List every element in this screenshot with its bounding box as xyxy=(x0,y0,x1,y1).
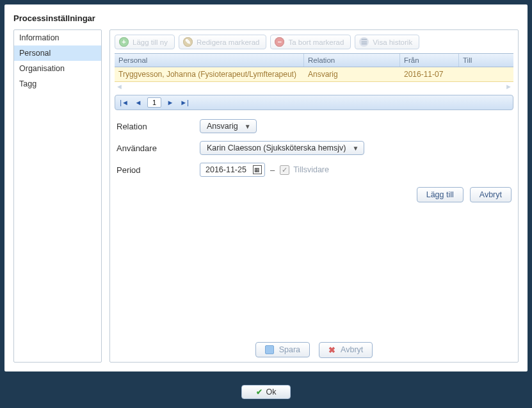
user-dropdown-value: Karin Claesson (Sjuksköterska hemsjv) xyxy=(207,143,346,152)
form-row-user: Användare Karin Claesson (Sjuksköterska … xyxy=(117,141,512,155)
period-from-value: 2016-11-25 xyxy=(206,165,246,174)
pager-next-icon[interactable]: ► xyxy=(165,99,175,106)
relation-label: Relation xyxy=(117,122,200,131)
relation-dropdown-value: Ansvarig xyxy=(207,122,238,131)
sidebar-item-tagg[interactable]: Tagg xyxy=(14,76,101,92)
scroll-left-icon[interactable]: ◄ xyxy=(116,83,123,90)
cell-to xyxy=(459,67,505,81)
edit-button[interactable]: ✎ Redigera markerad xyxy=(179,35,266,49)
pencil-icon: ✎ xyxy=(183,37,193,47)
tillsvidare-label: Tillsvidare xyxy=(293,165,329,174)
save-button[interactable]: Spara xyxy=(255,342,310,357)
modal-window: Processinställningar Information Persona… xyxy=(0,0,532,408)
cancel-button-label: Avbryt xyxy=(341,345,363,354)
form-cancel-button-label: Avbryt xyxy=(480,190,502,199)
col-header-from[interactable]: Från xyxy=(400,54,459,67)
period-label: Period xyxy=(117,165,200,175)
check-icon: ✔ xyxy=(256,388,262,396)
floppy-icon xyxy=(265,345,274,354)
document-icon: ☰ xyxy=(359,37,369,47)
user-dropdown[interactable]: Karin Claesson (Sjuksköterska hemsjv) ▼ xyxy=(200,141,364,155)
tillsvidare-checkbox[interactable]: ✓ xyxy=(280,165,289,175)
period-from-input[interactable]: 2016-11-25 ▦ xyxy=(200,163,265,177)
form-actions: Lägg till Avbryt xyxy=(110,184,518,202)
calendar-icon[interactable]: ▦ xyxy=(253,165,262,174)
form-row-period: Period 2016-11-25 ▦ – ✓ Tillsvidare xyxy=(117,163,512,177)
user-label: Användare xyxy=(117,143,200,153)
period-separator: – xyxy=(270,165,275,175)
dialog-title: Processinställningar xyxy=(13,13,519,23)
horizontal-scroller[interactable]: ◄ ► xyxy=(115,82,513,91)
pager-first-icon[interactable]: |◄ xyxy=(119,99,129,106)
ok-button-label: Ok xyxy=(266,388,277,396)
delete-button[interactable]: – Ta bort markerad xyxy=(270,35,351,49)
save-button-label: Spara xyxy=(279,345,300,354)
pager-current-page[interactable]: 1 xyxy=(147,97,161,108)
sidebar: Information Personal Organisation Tagg xyxy=(13,29,102,363)
ok-bar: ✔ Ok xyxy=(0,376,532,408)
panel-footer: Spara ✖ Avbryt xyxy=(110,338,518,362)
form-add-button[interactable]: Lägg till xyxy=(417,187,463,202)
delete-button-label: Ta bort markerad xyxy=(288,38,344,46)
pager-prev-icon[interactable]: ◄ xyxy=(133,99,143,106)
grid-header: Personal Relation Från Till xyxy=(115,53,513,67)
history-button-label: Visa historik xyxy=(373,38,412,46)
ok-button[interactable]: ✔ Ok xyxy=(241,385,291,399)
minus-circle-icon: – xyxy=(275,37,284,47)
chevron-down-icon: ▼ xyxy=(245,123,251,130)
x-icon: ✖ xyxy=(328,345,335,355)
dialog-body: Processinställningar Information Persona… xyxy=(4,4,528,371)
col-header-relation[interactable]: Relation xyxy=(304,54,400,67)
main-panel: + Lägg till ny ✎ Redigera markerad – Ta … xyxy=(109,29,519,363)
edit-button-label: Redigera markerad xyxy=(197,38,259,46)
col-header-to[interactable]: Till xyxy=(459,54,513,67)
toolbar: + Lägg till ny ✎ Redigera markerad – Ta … xyxy=(115,35,513,49)
sidebar-item-organisation[interactable]: Organisation xyxy=(14,61,101,76)
form-row-relation: Relation Ansvarig ▼ xyxy=(117,119,512,133)
sidebar-item-information[interactable]: Information xyxy=(14,30,101,45)
add-button-label: Lägg till ny xyxy=(133,38,168,46)
content-columns: Information Personal Organisation Tagg +… xyxy=(13,29,519,363)
cell-personal: Tryggvesson, Johanna (Fysioterapeut/Lymf… xyxy=(115,67,304,81)
table-row[interactable]: Tryggvesson, Johanna (Fysioterapeut/Lymf… xyxy=(115,67,513,82)
plus-circle-icon: + xyxy=(119,37,129,47)
cell-from: 2016-11-07 xyxy=(400,67,459,81)
history-button[interactable]: ☰ Visa historik xyxy=(355,35,419,49)
add-button[interactable]: + Lägg till ny xyxy=(115,35,175,49)
scroll-right-icon[interactable]: ► xyxy=(505,83,512,90)
form-area: Relation Ansvarig ▼ Användare Karin Clae… xyxy=(110,110,518,184)
sidebar-item-personal[interactable]: Personal xyxy=(14,45,101,61)
cancel-button[interactable]: ✖ Avbryt xyxy=(319,342,373,358)
form-add-button-label: Lägg till xyxy=(426,190,454,199)
relation-dropdown[interactable]: Ansvarig ▼ xyxy=(200,119,257,133)
cell-relation: Ansvarig xyxy=(304,67,400,81)
pager-last-icon[interactable]: ►| xyxy=(179,99,189,106)
chevron-down-icon: ▼ xyxy=(352,145,359,152)
col-header-personal[interactable]: Personal xyxy=(115,54,304,67)
form-cancel-button[interactable]: Avbryt xyxy=(470,187,512,202)
pager: |◄ ◄ 1 ► ►| xyxy=(115,95,513,110)
